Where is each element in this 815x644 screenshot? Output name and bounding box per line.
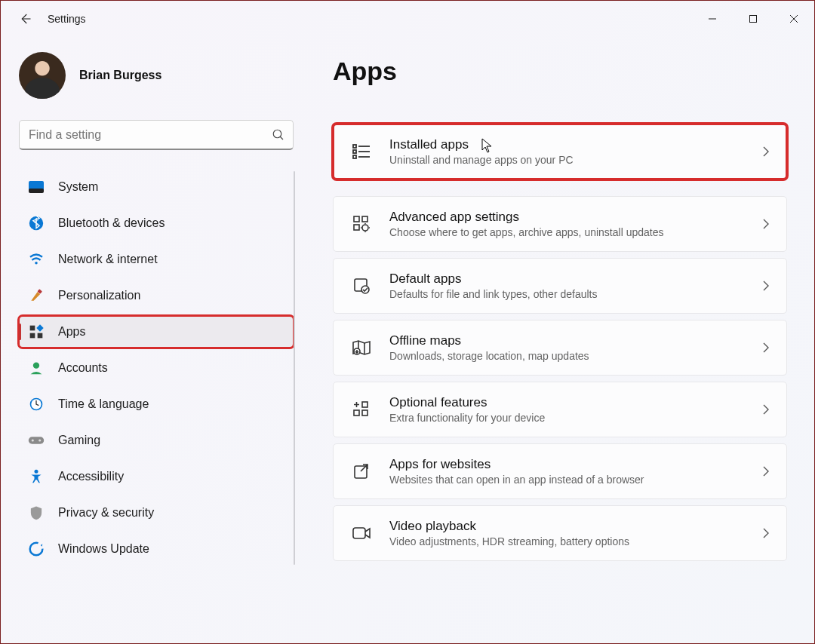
- sidebar-item-label: Accessibility: [58, 470, 124, 483]
- svg-rect-38: [362, 402, 368, 407]
- user-profile[interactable]: Brian Burgess: [19, 52, 310, 99]
- maximize-button[interactable]: [733, 1, 773, 37]
- card-desc: Downloads, storage location, map updates: [389, 349, 762, 363]
- accessibility-icon: [28, 468, 45, 485]
- card-desc: Websites that can open in an app instead…: [389, 473, 762, 486]
- card-advanced-app-settings[interactable]: Advanced app settings Choose where to ge…: [333, 196, 787, 252]
- card-offline-maps[interactable]: Offline maps Downloads, storage location…: [333, 320, 787, 376]
- card-desc: Video adjustments, HDR streaming, batter…: [389, 535, 762, 548]
- card-apps-for-websites[interactable]: Apps for websites Websites that can open…: [333, 443, 787, 499]
- svg-point-32: [362, 225, 368, 231]
- sidebar-item-system[interactable]: System: [19, 171, 294, 203]
- system-icon: [28, 179, 45, 195]
- chevron-right-icon: [762, 403, 770, 416]
- svg-point-20: [38, 439, 41, 441]
- map-icon: [350, 336, 373, 359]
- svg-rect-40: [353, 528, 365, 538]
- svg-point-21: [35, 470, 38, 474]
- svg-point-22: [30, 543, 43, 556]
- list-icon: [350, 140, 373, 163]
- sidebar-item-accounts[interactable]: Accounts: [19, 352, 294, 384]
- window-controls: [692, 1, 814, 37]
- card-title: Offline maps: [389, 333, 762, 349]
- svg-rect-12: [36, 324, 43, 331]
- minimize-button[interactable]: [692, 1, 733, 37]
- sidebar-item-label: System: [58, 180, 98, 194]
- svg-line-5: [280, 136, 283, 140]
- sidebar-item-gaming[interactable]: Gaming: [19, 425, 294, 456]
- card-installed-apps[interactable]: Installed apps Uninstall and manage apps…: [333, 124, 787, 179]
- svg-rect-18: [29, 437, 44, 443]
- bluetooth-icon: [28, 215, 45, 232]
- main-content: Apps Installed apps Uninstall and manage…: [310, 37, 814, 644]
- svg-rect-36: [354, 410, 359, 416]
- clock-icon: [28, 396, 45, 412]
- chevron-right-icon: [762, 342, 770, 354]
- link-out-icon: [350, 460, 373, 483]
- sidebar-item-label: Gaming: [58, 434, 100, 447]
- svg-rect-11: [30, 326, 35, 331]
- sidebar-item-label: Accounts: [58, 361, 108, 375]
- card-optional-features[interactable]: Optional features Extra functionality fo…: [333, 382, 787, 437]
- sidebar-item-label: Bluetooth & devices: [58, 216, 165, 230]
- sidebar-item-label: Windows Update: [58, 542, 149, 556]
- svg-point-15: [33, 363, 39, 369]
- sidebar-item-windows-update[interactable]: Windows Update: [19, 533, 294, 565]
- sidebar-item-label: Time & language: [58, 397, 149, 411]
- svg-rect-7: [29, 189, 44, 193]
- back-button[interactable]: [10, 12, 40, 26]
- sidebar-item-apps[interactable]: Apps: [19, 316, 294, 348]
- svg-rect-31: [354, 225, 359, 230]
- sidebar-item-network[interactable]: Network & internet: [19, 244, 294, 275]
- svg-rect-30: [362, 216, 368, 222]
- card-title: Default apps: [389, 271, 762, 287]
- svg-rect-27: [353, 155, 356, 158]
- grid-gear-icon: [350, 213, 373, 235]
- card-desc: Extra functionality for your device: [389, 411, 762, 425]
- card-title: Advanced app settings: [389, 209, 762, 225]
- sidebar-item-privacy[interactable]: Privacy & security: [19, 497, 294, 529]
- brush-icon: [28, 287, 45, 304]
- svg-rect-1: [750, 16, 757, 23]
- search-box[interactable]: [19, 120, 294, 150]
- sidebar-item-personalization[interactable]: Personalization: [19, 280, 294, 311]
- card-video-playback[interactable]: Video playback Video adjustments, HDR st…: [333, 505, 787, 561]
- close-button[interactable]: [773, 1, 814, 37]
- sidebar-item-label: Personalization: [58, 289, 140, 302]
- nav-list: System Bluetooth & devices Network & int…: [19, 171, 310, 565]
- gamepad-icon: [28, 432, 45, 449]
- cursor-icon: [481, 138, 493, 153]
- svg-rect-37: [362, 410, 368, 416]
- sidebar: Brian Burgess System Bluetooth & devices…: [1, 37, 310, 644]
- person-icon: [28, 360, 45, 376]
- svg-point-4: [273, 130, 281, 138]
- shield-icon: [28, 504, 45, 521]
- card-desc: Defaults for file and link types, other …: [389, 287, 762, 301]
- wifi-icon: [28, 251, 45, 268]
- video-icon: [350, 522, 373, 544]
- card-desc: Choose where to get apps, archive apps, …: [389, 225, 762, 239]
- sidebar-item-accessibility[interactable]: Accessibility: [19, 461, 294, 492]
- sidebar-item-label: Network & internet: [58, 253, 158, 266]
- card-title: Installed apps: [389, 136, 762, 153]
- check-box-icon: [350, 274, 373, 297]
- chevron-right-icon: [762, 465, 770, 477]
- card-desc: Uninstall and manage apps on your PC: [389, 153, 762, 167]
- svg-point-19: [32, 439, 34, 441]
- svg-rect-14: [38, 333, 43, 339]
- card-title: Apps for websites: [389, 456, 762, 473]
- search-input[interactable]: [29, 128, 272, 142]
- chevron-right-icon: [762, 146, 770, 158]
- chevron-right-icon: [762, 527, 770, 539]
- svg-rect-23: [353, 145, 356, 148]
- user-name: Brian Burgess: [79, 69, 161, 82]
- sidebar-item-bluetooth[interactable]: Bluetooth & devices: [19, 207, 294, 239]
- card-default-apps[interactable]: Default apps Defaults for file and link …: [333, 258, 787, 314]
- avatar: [19, 52, 66, 99]
- search-icon: [272, 128, 285, 142]
- svg-point-9: [35, 262, 38, 265]
- sidebar-item-time-language[interactable]: Time & language: [19, 388, 294, 420]
- sidebar-item-label: Privacy & security: [58, 506, 154, 520]
- sidebar-item-label: Apps: [58, 325, 85, 339]
- update-icon: [28, 541, 45, 557]
